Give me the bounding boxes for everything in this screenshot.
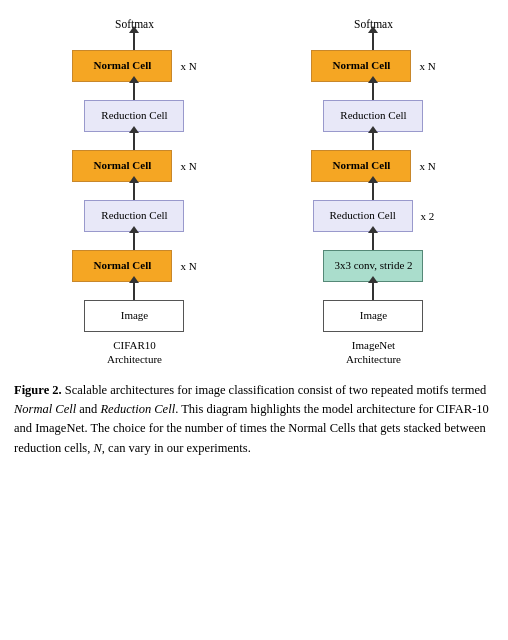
arrow — [133, 282, 135, 300]
cifar10-arch-label: CIFAR10Architecture — [107, 338, 162, 367]
caption-text1: Scalable architectures for image classif… — [62, 383, 487, 397]
arrow — [372, 132, 374, 150]
caption-reduction-cell: Reduction Cell — [100, 402, 175, 416]
arrow — [372, 232, 374, 250]
imagenet-normal2-label: x N — [419, 160, 435, 172]
cifar10-normal3-box: Normal Cell — [72, 250, 172, 282]
imagenet-normal1-label: x N — [419, 60, 435, 72]
imagenet-image-box: Image — [323, 300, 423, 332]
arrow — [133, 182, 135, 200]
imagenet-reduction2-box: Reduction Cell — [313, 200, 413, 232]
cifar10-normal1-label: x N — [180, 60, 196, 72]
arrow — [133, 132, 135, 150]
caption: Figure 2. Scalable architectures for ima… — [0, 375, 508, 473]
imagenet-reduction2-label: x 2 — [421, 210, 435, 222]
arrow — [133, 232, 135, 250]
arrow — [372, 182, 374, 200]
cifar10-normal2-box: Normal Cell — [72, 150, 172, 182]
diagram-area: Softmax Normal Cell x N Reduction Cell N… — [0, 0, 508, 375]
arrow — [372, 82, 374, 100]
arrow — [133, 32, 135, 50]
imagenet-column: Softmax Normal Cell x N Reduction Cell N… — [311, 18, 435, 367]
caption-normal-cell: Normal Cell — [14, 402, 76, 416]
caption-and: and — [76, 402, 100, 416]
caption-n-var: N — [94, 441, 102, 455]
figure-number: Figure 2. — [14, 383, 62, 397]
imagenet-normal2-box: Normal Cell — [311, 150, 411, 182]
cifar10-normal1-box: Normal Cell — [72, 50, 172, 82]
cifar10-column: Softmax Normal Cell x N Reduction Cell N… — [72, 18, 196, 367]
cifar10-image-box: Image — [84, 300, 184, 332]
arrow — [372, 32, 374, 50]
caption-end: , can vary in our experiments. — [102, 441, 251, 455]
imagenet-normal1-box: Normal Cell — [311, 50, 411, 82]
cifar10-normal3-label: x N — [180, 260, 196, 272]
cifar10-normal2-label: x N — [180, 160, 196, 172]
arrow — [372, 282, 374, 300]
imagenet-arch-label: ImageNetArchitecture — [346, 338, 401, 367]
arrow — [133, 82, 135, 100]
